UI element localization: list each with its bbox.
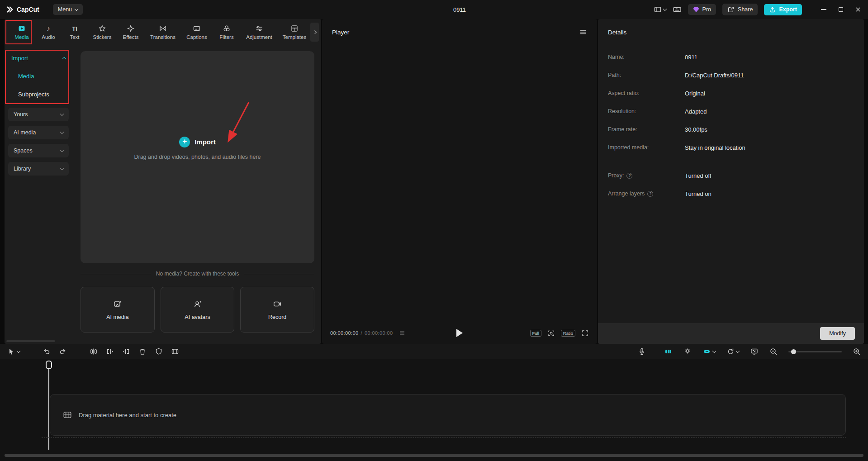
lighting-button[interactable] <box>683 347 692 356</box>
transitions-icon <box>159 24 167 33</box>
preview-quality-button[interactable] <box>750 347 759 356</box>
timeline-toolbar <box>0 344 868 359</box>
info-icon[interactable]: ? <box>647 191 653 197</box>
ai-avatars-icon <box>193 299 202 309</box>
timeline-drop-hint: Drag material here and start to create <box>79 412 176 418</box>
hamburger-icon <box>579 28 587 36</box>
delete-left-icon <box>106 347 114 356</box>
tab-filters[interactable]: Filters <box>213 19 241 45</box>
tab-audio[interactable]: ♪ Audio <box>35 19 62 45</box>
delete-right-button[interactable] <box>122 347 130 356</box>
media-panel: Media ♪ Audio TI Text Stickers Effects <box>5 19 321 344</box>
modify-button[interactable]: Modify <box>820 327 855 340</box>
play-button[interactable] <box>456 329 463 337</box>
export-button[interactable]: Export <box>764 4 802 15</box>
effects-icon <box>127 24 135 33</box>
detail-label: Arrange layers ? <box>608 190 685 197</box>
details-title: Details <box>608 29 626 36</box>
menu-label: Menu <box>58 6 72 13</box>
tab-effects[interactable]: Effects <box>117 19 145 45</box>
sidebar-import-label: Import <box>11 55 28 62</box>
redo-icon <box>59 347 67 356</box>
pro-badge[interactable]: Pro <box>688 4 716 15</box>
zoom-in-button[interactable] <box>853 347 861 356</box>
export-label: Export <box>779 6 797 13</box>
tab-text[interactable]: TI Text <box>62 19 88 45</box>
preview-quality-badge[interactable]: Full <box>530 330 541 337</box>
sidebar-group-spaces[interactable]: Spaces <box>8 144 69 157</box>
media-drop-area[interactable]: + Import Drag and drop videos, photos, a… <box>81 51 314 263</box>
detail-value: Adapted <box>685 108 707 115</box>
timeline[interactable]: Drag material here and start to create <box>0 359 868 461</box>
import-action[interactable]: + Import <box>179 137 216 147</box>
media-panel-scrollbar[interactable] <box>6 340 55 342</box>
adjustment-icon <box>255 24 263 33</box>
sidebar-group-yours[interactable]: Yours <box>8 108 69 121</box>
menu-button[interactable]: Menu <box>53 4 83 15</box>
timeline-drop-zone[interactable]: Drag material here and start to create <box>50 394 846 436</box>
player-controls: 00:00:00:00 / 00:00:00:00 Full Ratio <box>322 322 597 344</box>
mask-button[interactable] <box>155 347 163 356</box>
fullscreen-button[interactable] <box>581 329 589 337</box>
voiceover-button[interactable] <box>638 347 646 356</box>
tab-label: Effects <box>123 34 139 40</box>
redo-button[interactable] <box>59 347 67 356</box>
ai-avatars-button[interactable]: AI avatars <box>161 287 235 333</box>
sidebar-item-media[interactable]: Media <box>5 67 72 85</box>
create-tools: AI media AI avatars Record <box>81 287 314 333</box>
sidebar-group-library[interactable]: Library <box>8 162 69 176</box>
chevron-down-icon <box>17 349 20 352</box>
layout-switcher-button[interactable] <box>654 5 666 14</box>
share-button[interactable]: Share <box>722 4 758 15</box>
timecode-options-icon[interactable] <box>400 331 404 335</box>
info-icon[interactable]: ? <box>626 173 632 179</box>
split-button[interactable] <box>90 347 98 356</box>
track-options-button[interactable] <box>726 347 739 356</box>
playhead-handle[interactable] <box>46 361 52 369</box>
sidebar-group-ai-media[interactable]: AI media <box>8 126 69 139</box>
undo-button[interactable] <box>43 347 51 356</box>
freeze-frame-button[interactable] <box>171 347 179 356</box>
ai-media-button[interactable]: AI media <box>81 287 155 333</box>
time-current: 00:00:00:00 <box>330 330 359 336</box>
record-camera-icon <box>273 299 282 309</box>
timeline-zoom-slider[interactable] <box>788 351 842 352</box>
sidebar-item-import[interactable]: Import <box>5 49 72 67</box>
magnetic-snap-button[interactable] <box>664 347 673 356</box>
zoom-slider-handle[interactable] <box>791 349 796 354</box>
tab-templates[interactable]: Templates <box>278 19 311 45</box>
zoom-out-button[interactable] <box>769 347 778 356</box>
ratio-badge[interactable]: Ratio <box>561 330 575 337</box>
group-label: Yours <box>14 111 28 118</box>
delete-left-button[interactable] <box>106 347 114 356</box>
tab-label: Audio <box>42 34 55 40</box>
focus-icon <box>547 329 555 337</box>
tab-transitions[interactable]: Transitions <box>145 19 181 45</box>
tab-captions[interactable]: Captions <box>181 19 213 45</box>
more-tabs-button[interactable] <box>310 23 319 42</box>
player-menu-button[interactable] <box>579 28 587 36</box>
select-tool-button[interactable] <box>7 347 20 356</box>
ai-media-icon <box>113 299 122 309</box>
delete-button[interactable] <box>138 347 147 356</box>
close-button[interactable] <box>854 6 862 13</box>
detail-label: Frame rate: <box>608 126 685 133</box>
keyboard-shortcuts-button[interactable] <box>673 5 682 14</box>
tab-media[interactable]: Media <box>8 19 35 45</box>
player-panel: Player 00:00:00:00 / 00:00:00:00 Full Ra… <box>322 19 597 344</box>
focus-button[interactable] <box>547 329 555 337</box>
minimize-button[interactable] <box>820 6 827 13</box>
divider-line <box>81 274 151 274</box>
tab-adjustment[interactable]: Adjustment <box>241 19 278 45</box>
maximize-button[interactable] <box>837 6 844 13</box>
record-button[interactable]: Record <box>240 287 314 333</box>
tab-label: Adjustment <box>246 34 272 40</box>
sidebar-item-subprojects[interactable]: Subprojects <box>5 85 72 103</box>
app-name: CapCut <box>17 6 39 13</box>
tab-stickers[interactable]: Stickers <box>88 19 117 45</box>
detail-label: Name: <box>608 54 685 60</box>
auto-captions-button[interactable] <box>702 347 716 356</box>
timeline-scrollbar[interactable] <box>5 454 863 457</box>
pro-diamond-icon <box>693 7 699 13</box>
tools-divider-label: No media? Create with these tools <box>156 271 239 277</box>
